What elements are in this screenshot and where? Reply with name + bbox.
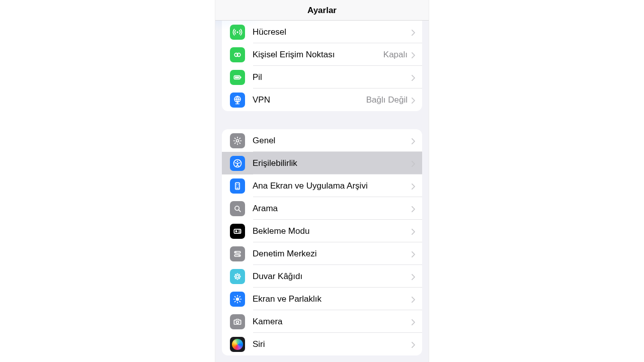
- svg-rect-21: [238, 232, 240, 232]
- row-label: Kişisel Erişim Noktası: [253, 50, 383, 60]
- svg-point-37: [236, 321, 239, 323]
- battery-icon: [230, 70, 245, 85]
- svg-point-12: [238, 184, 239, 185]
- brightness-icon: [230, 292, 245, 307]
- accessibility-icon: [230, 156, 245, 171]
- svg-point-27: [235, 274, 240, 279]
- chevron-right-icon: [412, 229, 415, 234]
- row-label: Pil: [253, 72, 412, 82]
- row-accessibility[interactable]: Erişilebilirlik: [222, 152, 422, 174]
- row-control-center[interactable]: Denetim Merkezi: [222, 242, 422, 265]
- chevron-right-icon: [412, 52, 415, 57]
- svg-rect-4: [235, 76, 239, 78]
- cellular-icon: [230, 25, 245, 40]
- row-label: Ana Ekran ve Uygulama Arşivi: [253, 181, 412, 191]
- settings-scroll[interactable]: Hücresel Kişisel Erişim Noktası Kapalı: [215, 21, 429, 362]
- row-vpn[interactable]: VPN Bağlı Değil: [222, 88, 422, 111]
- row-cellular[interactable]: Hücresel: [222, 21, 422, 43]
- row-label: Ekran ve Parlaklık: [253, 294, 412, 304]
- row-label: Hücresel: [253, 27, 412, 37]
- settings-group-general: Genel Erişilebilirlik: [222, 129, 422, 355]
- svg-point-29: [237, 279, 238, 280]
- chevron-right-icon: [412, 342, 415, 347]
- chevron-right-icon: [412, 138, 415, 143]
- standby-icon: [230, 224, 245, 239]
- svg-point-25: [238, 255, 239, 256]
- row-standby[interactable]: Bekleme Modu: [222, 220, 422, 242]
- svg-point-0: [236, 31, 238, 33]
- svg-point-9: [237, 160, 238, 162]
- row-camera[interactable]: Kamera: [222, 310, 422, 333]
- svg-point-26: [236, 275, 239, 278]
- row-label: Denetim Merkezi: [253, 249, 412, 259]
- svg-rect-19: [238, 230, 240, 230]
- svg-point-28: [237, 273, 238, 274]
- home-screen-icon: [230, 178, 245, 194]
- settings-screen: Ayarlar Hücresel: [215, 0, 429, 362]
- svg-point-34: [235, 278, 236, 279]
- row-personal-hotspot[interactable]: Kişisel Erişim Noktası Kapalı: [222, 43, 422, 66]
- row-label: Bekleme Modu: [253, 226, 412, 236]
- chevron-right-icon: [412, 184, 415, 189]
- settings-group-connectivity: Hücresel Kişisel Erişim Noktası Kapalı: [222, 21, 422, 111]
- svg-point-13: [236, 186, 237, 187]
- chevron-right-icon: [412, 319, 415, 324]
- svg-point-14: [238, 186, 239, 187]
- row-label: Genel: [253, 136, 412, 146]
- row-label: Kamera: [253, 317, 412, 327]
- siri-icon: [230, 337, 245, 352]
- row-label: Arama: [253, 204, 412, 214]
- row-value: Bağlı Değil: [366, 95, 408, 105]
- svg-point-23: [235, 251, 236, 252]
- svg-rect-5: [240, 76, 242, 78]
- camera-icon: [230, 314, 245, 329]
- svg-point-11: [236, 184, 237, 185]
- chevron-right-icon: [412, 161, 415, 166]
- chevron-right-icon: [412, 297, 415, 302]
- row-display-brightness[interactable]: Ekran ve Parlaklık: [222, 288, 422, 310]
- hotspot-icon: [230, 47, 245, 62]
- chevron-right-icon: [412, 30, 415, 35]
- chevron-right-icon: [412, 98, 415, 103]
- row-wallpaper[interactable]: Duvar Kâğıdı: [222, 265, 422, 288]
- row-label: Siri: [253, 339, 412, 349]
- row-battery[interactable]: Pil: [222, 66, 422, 88]
- chevron-right-icon: [412, 251, 415, 256]
- page-title: Ayarlar: [307, 0, 337, 21]
- svg-point-35: [239, 278, 240, 279]
- wallpaper-icon: [230, 269, 245, 284]
- row-value: Kapalı: [383, 50, 408, 60]
- svg-point-33: [239, 274, 240, 275]
- chevron-right-icon: [412, 206, 415, 211]
- svg-point-31: [240, 276, 241, 277]
- row-siri[interactable]: Siri: [222, 333, 422, 355]
- svg-rect-15: [236, 188, 239, 189]
- control-center-icon: [230, 246, 245, 261]
- search-icon: [230, 201, 245, 216]
- row-label: Duvar Kâğıdı: [253, 272, 412, 282]
- nav-bar: Ayarlar: [215, 0, 429, 21]
- chevron-right-icon: [412, 274, 415, 279]
- row-label: Erişilebilirlik: [253, 158, 412, 168]
- chevron-right-icon: [412, 75, 415, 80]
- row-search[interactable]: Arama: [222, 197, 422, 220]
- row-general[interactable]: Genel: [222, 129, 422, 152]
- svg-point-32: [235, 274, 236, 275]
- gear-icon: [230, 133, 245, 148]
- svg-point-36: [236, 297, 239, 301]
- row-home-screen[interactable]: Ana Ekran ve Uygulama Arşivi: [222, 174, 422, 197]
- vpn-icon: [230, 93, 245, 108]
- svg-point-7: [236, 139, 239, 142]
- row-label: VPN: [253, 95, 366, 105]
- svg-rect-20: [238, 231, 240, 231]
- svg-point-30: [234, 276, 235, 277]
